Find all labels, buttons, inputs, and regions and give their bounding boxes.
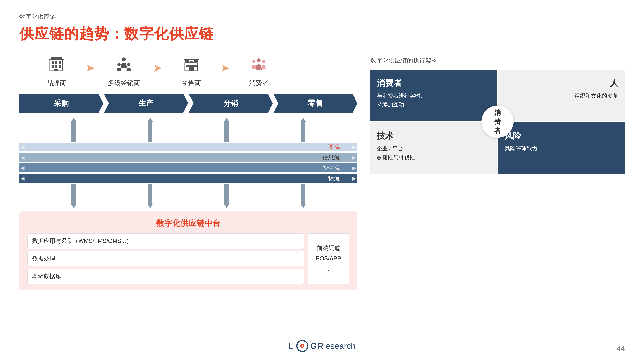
page-container: 数字化供应链 供应链的趋势：数字化供应链 <box>0 0 644 362</box>
platform-item-3: 基础数据库 <box>27 269 304 284</box>
svg-rect-14 <box>184 59 198 60</box>
people-icon <box>251 56 267 76</box>
platform-item-1: 数据应用与采集（WMS/TMS/OMS...） <box>27 233 304 249</box>
svg-point-10 <box>122 57 126 61</box>
up-arrow-head-2 <box>147 118 153 122</box>
building-icon <box>48 56 64 76</box>
band-capitalflow: ◀ 资金流 ▶ <box>19 163 358 172</box>
svg-point-11 <box>117 63 120 66</box>
platform-item-right: 前端渠道POS/APP... <box>308 233 349 284</box>
up-arrows-row <box>19 118 358 142</box>
svg-rect-19 <box>194 64 197 67</box>
svg-point-12 <box>127 63 130 66</box>
band-arrow-r-2: ▶ <box>351 153 358 162</box>
band-arrow-l-1: ◀ <box>19 143 26 151</box>
platform-title: 数字化供应链中台 <box>27 218 349 229</box>
cell-people-tr: 人 组织和文化的变革 <box>498 69 625 121</box>
svg-rect-2 <box>55 61 58 64</box>
flow-label-consumer: 消费者 <box>249 78 268 87</box>
framework-wrapper: 消费者 与消费者进行实时、持续的互动 人 组织和文化的变革 技术 企业 / 平台… <box>370 69 625 174</box>
logo-svg <box>296 340 309 352</box>
band-arrow-l-3: ◀ <box>19 163 26 172</box>
framework-title: 数字化供应链的执行架构 <box>370 56 625 65</box>
cell-title-people: 人 <box>610 77 618 89</box>
svg-text:OPEN: OPEN <box>189 61 193 62</box>
up-arrow-stem-1 <box>72 122 76 142</box>
band-arrow-l-2: ◀ <box>19 153 26 162</box>
down-arrow-2 <box>147 184 153 208</box>
process-bar: 采购 生产 分销 零售 <box>19 94 358 113</box>
up-arrow-stem-2 <box>148 122 152 142</box>
band-arrow-r-3: ▶ <box>351 163 358 172</box>
cell-desc-people: 组织和文化的变革 <box>574 91 618 100</box>
flow-label-retailer: 零售商 <box>182 78 201 87</box>
band-label-shang: 商流 <box>328 143 340 151</box>
svg-rect-1 <box>52 61 54 64</box>
band-arrow-l-4: ◀ <box>19 174 26 183</box>
platform-right: 前端渠道POS/APP... <box>308 233 349 284</box>
cell-tech-bl: 技术 企业 / 平台敏捷性与可视性 <box>370 122 497 174</box>
process-step-purchase: 采购 <box>19 94 103 113</box>
up-arrow-head-1 <box>71 118 77 122</box>
right-column: 数字化供应链的执行架构 消费者 与消费者进行实时、持续的互动 人 组织和文化的变… <box>370 56 625 174</box>
band-arrow-r-4: ▶ <box>351 174 358 183</box>
logo-circle-wrapper <box>296 340 309 352</box>
flow-item-brand: 品牌商 <box>29 56 84 87</box>
svg-rect-4 <box>52 65 54 68</box>
process-step-distribution: 分销 <box>189 94 273 113</box>
cell-desc-consumer: 与消费者进行实时、持续的互动 <box>377 91 426 109</box>
up-arrow-stem-3 <box>224 122 229 142</box>
svg-rect-7 <box>54 68 58 71</box>
arrow-1: ➤ <box>85 61 95 74</box>
svg-point-25 <box>302 345 303 347</box>
cell-title-consumer: 消费者 <box>377 77 402 89</box>
svg-rect-5 <box>55 65 58 68</box>
logo-research: esearch <box>326 341 356 351</box>
down-arrow-1 <box>71 184 77 208</box>
arrow-3: ➤ <box>220 61 230 74</box>
up-arrow-stem-4 <box>301 122 306 142</box>
process-step-production: 生产 <box>104 94 188 113</box>
band-label-capital: 资金流 <box>322 164 340 172</box>
left-column: 品牌商 ➤ <box>19 56 358 290</box>
flow-label-distributor: 多级经销商 <box>108 78 140 87</box>
down-arrow-stem-4 <box>301 184 306 204</box>
band-infoflow: ◀ 信息流 ▶ <box>19 153 358 162</box>
up-arrow-4 <box>300 118 306 142</box>
subtitle: 数字化供应链 <box>19 13 625 21</box>
flow-label-brand: 品牌商 <box>47 78 66 87</box>
up-arrow-head-4 <box>300 118 306 122</box>
store-icon: OPEN <box>183 56 199 76</box>
band-shangflow: ◀ 商流 ▶ <box>19 143 358 151</box>
group-icon <box>116 56 132 76</box>
flow-item-consumer: 消费者 <box>231 56 286 87</box>
svg-point-20 <box>257 58 261 62</box>
svg-rect-17 <box>189 65 194 71</box>
cell-risk-br: 风险 风险管理能力 <box>498 122 625 174</box>
down-arrows-row <box>19 184 358 208</box>
down-arrow-3 <box>224 184 230 208</box>
band-logistics: ◀ 物流 ▶ <box>19 174 358 183</box>
down-arrow-4 <box>300 184 306 208</box>
band-label-logistics: 物流 <box>328 174 340 182</box>
platform-grid: 数据应用与采集（WMS/TMS/OMS...） 数据处理 基础数据库 前端渠道P… <box>27 233 349 284</box>
up-arrow-head-3 <box>224 118 230 122</box>
down-arrow-head-2 <box>147 204 153 208</box>
process-step-retail: 零售 <box>274 94 358 113</box>
logo-L: L <box>288 341 294 351</box>
page-footer: L GR esearch <box>288 340 356 352</box>
down-arrow-stem-2 <box>148 184 152 204</box>
up-arrow-3 <box>224 118 230 142</box>
svg-rect-18 <box>186 64 188 67</box>
streams-section: ◀ 商流 ▶ ◀ 信息流 ▶ ◀ 资金流 ▶ ◀ <box>19 143 358 183</box>
flow-item-distributor: 多级经销商 <box>96 56 151 87</box>
svg-rect-9 <box>51 57 62 59</box>
cell-title-tech: 技术 <box>377 130 394 142</box>
down-arrow-stem-3 <box>224 184 229 204</box>
platform-left: 数据应用与采集（WMS/TMS/OMS...） 数据处理 基础数据库 <box>27 233 304 284</box>
cell-desc-risk: 风险管理能力 <box>504 144 538 153</box>
center-circle: 消费者 <box>482 105 514 138</box>
down-arrow-head-3 <box>224 204 230 208</box>
band-label-info: 信息流 <box>322 153 340 161</box>
logo-GR: GR <box>310 341 324 351</box>
